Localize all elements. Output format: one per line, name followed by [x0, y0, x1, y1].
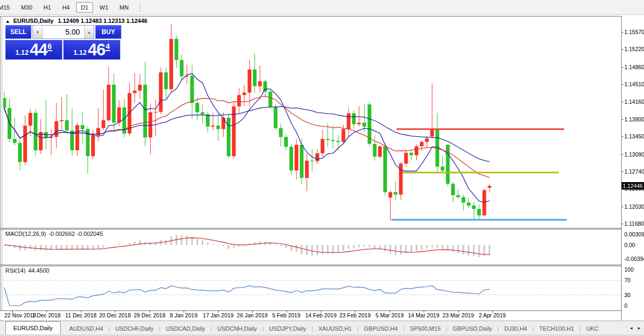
chart-tab-usdcad-daily[interactable]: USDCAD,Daily	[160, 323, 210, 334]
volume-decrease-button[interactable]: ▼	[33, 26, 43, 38]
date-axis[interactable]: 22 Nov 20181 Dec 201811 Dec 201820 Dec 2…	[0, 311, 621, 320]
window-left-edge-inner	[2, 16, 3, 321]
timeframe-button-m30[interactable]: M30	[16, 2, 37, 13]
chart-symbol-label: EURUSD,Daily	[13, 18, 54, 24]
price-axis[interactable]: 1.155701.152201.148601.145101.141601.138…	[622, 16, 644, 321]
date-axis-label: 29 Dec 2018	[130, 312, 169, 318]
chart-tab-gbpusd-h4[interactable]: GBPUSD,H4	[359, 323, 403, 334]
date-axis-label: 14 Feb 2019	[301, 312, 341, 318]
volume-input[interactable]: 5.00	[43, 26, 84, 38]
date-axis-label: 5 Feb 2019	[267, 312, 306, 318]
date-axis-label: 11 Dec 2018	[61, 312, 101, 318]
chart-tab-bar: EURUSD,DailyAUDUSD,H4|USDCHF,Daily|USDCA…	[0, 321, 644, 334]
timeframe-button-w1[interactable]: W1	[95, 2, 113, 13]
current-price-tag: 1.12446	[622, 182, 644, 190]
one-click-trading-panel: SELL ▼ 5.00 ▲ BUY 1.12446 1.12464	[5, 25, 121, 60]
chart-tab-xauusd-h1[interactable]: XAUUSD,H1	[313, 323, 357, 334]
chart-tab-tech100-h1[interactable]: TECH100,H1	[534, 323, 579, 334]
price-axis-label: 1.14510	[624, 81, 644, 87]
chart-tab-audusd-h4[interactable]: AUDUSD,H4	[64, 323, 109, 334]
tab-scroll-buttons: ◄ ►	[626, 326, 641, 331]
price-axis-tick	[622, 84, 623, 85]
date-axis-label: 2 Apr 2019	[473, 312, 512, 318]
rsi-axis-label: 100	[624, 266, 634, 273]
price-axis-tick	[622, 207, 623, 207]
rsi-label: RSI(14)44.4500	[5, 267, 49, 274]
timeframe-button-mn[interactable]: MN	[115, 2, 134, 13]
rsi-axis-label: 0	[624, 302, 628, 309]
buy-button[interactable]: BUY	[95, 25, 121, 39]
tab-scroll-left-icon[interactable]: ◄	[629, 326, 633, 331]
date-axis-label: 17 Jan 2019	[199, 312, 238, 318]
timeframe-buttons: M15M30H1H4D1W1MN	[1, 2, 134, 13]
date-axis-label: 20 Dec 2018	[95, 312, 135, 318]
price-axis-label: 1.14860	[624, 64, 644, 70]
rsi-axis-label: 30	[624, 292, 631, 298]
macd-axis-label: 0.00	[624, 242, 635, 248]
sell-price-pips: 44	[30, 42, 47, 58]
rsi-axis-label: 70	[624, 277, 631, 283]
volume-stepper: ▼ 5.00 ▲	[32, 25, 94, 39]
price-axis-label: 1.13090	[624, 151, 644, 158]
buy-price-pips: 46	[88, 42, 105, 58]
rsi-value: 44.4500	[28, 267, 49, 274]
macd-axis-label: -0.003947	[624, 256, 644, 262]
macd-values: -0.002662 -0.002045	[48, 231, 103, 237]
price-axis-label: 1.12030	[624, 203, 644, 210]
price-axis-tick	[622, 67, 623, 68]
date-axis-label: 8 Jan 2019	[164, 312, 203, 318]
price-axis-label: 1.12740	[624, 168, 644, 175]
timeframe-button-m15[interactable]: M15	[0, 2, 14, 13]
date-axis-label: 26 Jan 2019	[233, 312, 272, 318]
mt4-terminal-window: M15M30H1H4D1W1MN ▲EURUSD,Daily1.12409 1.…	[0, 0, 644, 336]
chart-tab-usdjpy-daily[interactable]: USDJPY,Daily	[264, 323, 312, 334]
price-axis-tick	[622, 136, 623, 137]
macd-label: MACD(12,26,9)-0.002662 -0.002045	[5, 231, 103, 237]
date-axis-label: 1 Dec 2018	[27, 312, 66, 318]
date-axis-label: 14 Mar 2019	[404, 312, 443, 318]
date-axis-label: 23 Feb 2019	[335, 312, 375, 318]
chart-tab-eurusd-daily[interactable]: EURUSD,Daily	[5, 321, 61, 334]
timeframe-toolbar: M15M30H1H4D1W1MN	[0, 0, 644, 15]
timeframe-button-d1[interactable]: D1	[76, 2, 93, 13]
volume-increase-button[interactable]: ▲	[84, 26, 94, 38]
price-axis-tick	[622, 32, 623, 32]
chart-title: ▲EURUSD,Daily1.12409 1.12483 1.12313 1.1…	[5, 18, 147, 24]
window-left-edge	[1, 16, 1, 321]
price-axis-label: 1.13450	[624, 133, 644, 140]
sell-price-prefix: 1.12	[15, 48, 29, 58]
buy-price-point: 4	[105, 43, 111, 51]
tab-scroll-right-icon[interactable]: ►	[637, 326, 641, 331]
price-axis-tick	[622, 154, 623, 155]
chart-tab-usdchf-daily[interactable]: USDCHF,Daily	[110, 323, 159, 334]
chart-tab-dj30-h4[interactable]: DJ30,H4	[499, 323, 532, 334]
toolbar-separator	[139, 3, 140, 12]
price-axis-tick	[622, 224, 623, 224]
price-axis-label: 1.15220	[624, 46, 644, 52]
price-axis-label: 1.14160	[624, 99, 644, 105]
chart-tab-gbpusd-daily[interactable]: GBPUSD,Daily	[448, 323, 498, 334]
price-axis-label: 1.11680	[624, 220, 644, 227]
price-axis-tick	[622, 49, 623, 50]
chart-tab-usdcnh-daily[interactable]: USDCNH,Daily	[212, 323, 262, 334]
chart-ohlc-values: 1.12409 1.12483 1.12313 1.12446	[58, 18, 147, 24]
chart-tab-sp500-m15[interactable]: SP500,M15	[404, 323, 445, 334]
chart-tab-ukc[interactable]: UKC	[581, 323, 604, 334]
price-axis-label: 1.13800	[624, 116, 644, 122]
price-axis-tick	[622, 171, 623, 172]
collapse-panel-icon[interactable]: ▲	[5, 19, 10, 24]
price-axis-tick	[622, 119, 623, 120]
price-axis-label: 1.15570	[624, 29, 644, 35]
macd-axis-label: 0.003095	[624, 231, 644, 237]
date-axis-label: 23 Mar 2019	[439, 312, 478, 318]
date-axis-label: 5 Mar 2019	[370, 312, 409, 318]
timeframe-button-h1[interactable]: H1	[39, 2, 56, 13]
buy-price-display[interactable]: 1.12464	[63, 40, 120, 60]
timeframe-button-h4[interactable]: H4	[57, 2, 75, 13]
sell-button[interactable]: SELL	[5, 25, 31, 39]
rsi-indicator-pane[interactable]	[3, 266, 622, 310]
sell-price-display[interactable]: 1.12446	[5, 40, 62, 60]
sell-price-point: 6	[47, 43, 53, 51]
buy-price-prefix: 1.12	[73, 48, 87, 58]
price-axis-tick	[622, 102, 623, 102]
